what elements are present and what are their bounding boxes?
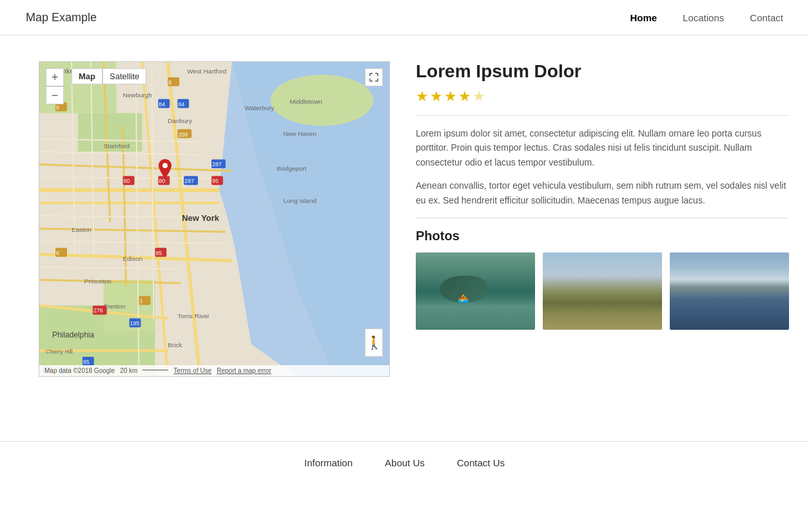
nav-home[interactable]: Home [630, 12, 657, 23]
photo-3[interactable] [670, 252, 789, 330]
svg-text:195: 195 [130, 320, 140, 327]
svg-text:Trenton: Trenton [104, 303, 126, 310]
place-title: Lorem Ipsum Dolor [416, 61, 789, 82]
divider-1 [416, 115, 789, 116]
svg-text:276: 276 [93, 307, 103, 314]
svg-text:80: 80 [159, 178, 165, 184]
star-3: ★ [444, 88, 457, 105]
nav-contact[interactable]: Contact [750, 12, 783, 23]
star-rating: ★ ★ ★ ★ ★ [416, 88, 789, 105]
map-type-map[interactable]: Map [72, 68, 102, 84]
expand-map-button[interactable] [365, 68, 383, 86]
footer-link-information[interactable]: Information [304, 457, 353, 468]
svg-text:95: 95 [155, 250, 162, 256]
site-logo: Map Example [26, 11, 97, 24]
svg-text:Edison: Edison [123, 255, 142, 262]
svg-text:209: 209 [178, 131, 188, 138]
footer-link-about[interactable]: About Us [385, 457, 425, 468]
terms-link[interactable]: Terms of Use [173, 367, 211, 374]
svg-text:6: 6 [56, 104, 59, 111]
star-4: ★ [458, 88, 471, 105]
zoom-in-button[interactable]: + [46, 68, 64, 86]
report-link[interactable]: Report a map error [217, 367, 271, 374]
star-5: ★ [473, 88, 485, 105]
svg-text:Toms River: Toms River [177, 312, 210, 319]
map-pin [159, 159, 171, 178]
svg-text:95: 95 [83, 359, 90, 365]
svg-text:6: 6 [56, 250, 59, 256]
description-paragraph-1: Lorem ipsum dolor sit amet, consectetur … [416, 126, 789, 169]
footer-link-contact[interactable]: Contact Us [457, 457, 505, 468]
svg-text:Stamford: Stamford [104, 142, 130, 149]
star-1: ★ [416, 88, 429, 105]
svg-text:New Haven: New Haven [284, 130, 317, 137]
photo-1[interactable] [416, 252, 535, 330]
svg-text:Waterbury: Waterbury [245, 104, 274, 111]
svg-text:Brick: Brick [168, 341, 182, 348]
photos-section: Photos [416, 229, 789, 330]
description-paragraph-2: Aenean convallis, tortor eget vehicula v… [416, 178, 789, 207]
map-data-text: Map data ©2018 Google [44, 367, 115, 374]
svg-text:Danbury: Danbury [168, 117, 192, 124]
map-type-satellite[interactable]: Satellite [102, 68, 146, 84]
zoom-out-button[interactable]: − [46, 86, 64, 104]
map-footer: Map data ©2018 Google 20 km Terms of Use… [39, 365, 389, 376]
svg-text:Philadelphia: Philadelphia [52, 330, 94, 339]
map-scale-text: 20 km [120, 367, 137, 374]
svg-text:84: 84 [159, 101, 165, 108]
svg-text:Middletown: Middletown [290, 98, 322, 105]
svg-text:New York: New York [182, 213, 220, 223]
svg-text:1: 1 [139, 298, 142, 304]
streetview-button[interactable]: 🚶 [365, 328, 383, 357]
map-zoom-controls: + − [46, 68, 64, 104]
svg-text:Easton: Easton [72, 226, 92, 233]
main-nav: Home Locations Contact [630, 12, 783, 23]
svg-text:95: 95 [212, 178, 219, 184]
svg-text:Long Island: Long Island [284, 197, 317, 204]
page-footer: Information About Us Contact Us [0, 441, 809, 484]
svg-text:Princeton: Princeton [84, 278, 112, 285]
svg-text:6: 6 [168, 79, 171, 86]
map-container: Poughkeepsie West Hartford Newburgh Wate… [39, 61, 390, 377]
svg-text:80: 80 [124, 178, 130, 184]
map-type-toggle: Map Satellite [72, 68, 146, 84]
place-info-panel: Lorem Ipsum Dolor ★ ★ ★ ★ ★ Lorem ipsum … [416, 61, 789, 377]
photo-2[interactable] [543, 252, 662, 330]
photos-title: Photos [416, 229, 789, 243]
svg-point-85 [162, 163, 168, 168]
svg-text:287: 287 [184, 178, 194, 184]
svg-text:287: 287 [212, 161, 222, 167]
svg-text:Cherry Hill: Cherry Hill [46, 348, 73, 355]
photos-grid [416, 252, 789, 330]
svg-text:West Hartford: West Hartford [187, 68, 226, 75]
star-2: ★ [430, 88, 443, 105]
nav-locations[interactable]: Locations [683, 12, 724, 23]
svg-text:Bridgeport: Bridgeport [277, 165, 307, 172]
svg-text:84: 84 [178, 101, 184, 108]
svg-text:Newburgh: Newburgh [123, 91, 152, 99]
divider-2 [416, 218, 789, 218]
